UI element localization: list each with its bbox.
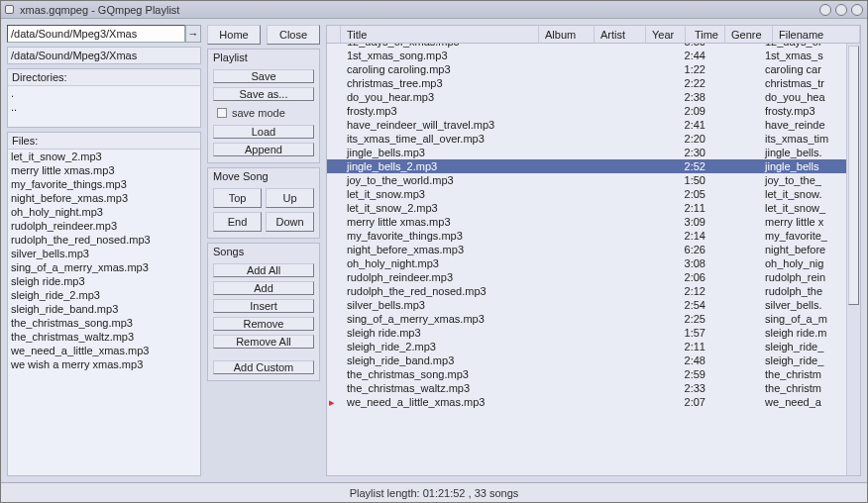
list-item[interactable]: silver_bells.mp3 bbox=[11, 248, 197, 261]
table-row[interactable]: sing_of_a_merry_xmas.mp32:25sing_of_a_m bbox=[327, 312, 846, 326]
cell-time: 2:52 bbox=[672, 160, 711, 172]
table-row[interactable]: silver_bells.mp32:54silver_bells. bbox=[327, 298, 846, 312]
table-row[interactable]: my_favorite_things.mp32:14my_favorite_ bbox=[327, 229, 846, 243]
files-list[interactable]: let_it_snow_2.mp3merry little xmas.mp3my… bbox=[8, 150, 200, 475]
minimize-button[interactable] bbox=[819, 4, 831, 16]
move-song-frame: Move Song Top Up End Down bbox=[207, 167, 320, 239]
save-button[interactable]: Save bbox=[213, 69, 314, 83]
table-row[interactable]: jingle_bells_2.mp32:52jingle_bells bbox=[327, 159, 846, 173]
cell-title: the_christmas_waltz.mp3 bbox=[341, 382, 525, 394]
list-item[interactable]: the_christmas_waltz.mp3 bbox=[11, 331, 197, 345]
col-time[interactable]: Time bbox=[686, 26, 725, 43]
top-button[interactable]: Top bbox=[213, 188, 262, 208]
table-row[interactable]: oh_holy_night.mp33:08oh_holy_nig bbox=[327, 256, 846, 270]
list-item[interactable]: we wish a merry xmas.mp3 bbox=[11, 358, 197, 372]
list-item[interactable]: the_christmas_song.mp3 bbox=[11, 317, 197, 331]
col-filename[interactable]: Filename bbox=[773, 26, 860, 43]
cell-time: 2:06 bbox=[672, 271, 711, 283]
table-row[interactable]: joy_to_the_world.mp31:50joy_to_the_ bbox=[327, 173, 846, 187]
cell-filename: joy_to_the_ bbox=[759, 174, 846, 186]
table-row[interactable]: christmas_tree.mp32:22christmas_tr bbox=[327, 76, 846, 90]
list-item[interactable]: sing_of_a_merry_xmas.mp3 bbox=[11, 261, 197, 275]
table-row[interactable]: we_need_a_little_xmas.mp32:07we_need_a bbox=[327, 395, 846, 409]
table-row[interactable]: the_christmas_song.mp32:59the_christm bbox=[327, 367, 846, 381]
table-row[interactable]: let_it_snow_2.mp32:11let_it_snow_ bbox=[327, 201, 846, 215]
table-row[interactable]: night_before_xmas.mp36:26night_before bbox=[327, 243, 846, 256]
add-button[interactable]: Add bbox=[213, 281, 314, 295]
table-row[interactable]: sleigh ride.mp31:57sleigh ride.m bbox=[327, 326, 846, 340]
cell-time: 3:30 bbox=[672, 44, 711, 48]
home-button[interactable]: Home bbox=[207, 25, 261, 45]
files-panel: Files: let_it_snow_2.mp3merry little xma… bbox=[7, 132, 201, 476]
cell-time: 2:44 bbox=[672, 50, 711, 61]
table-row[interactable]: the_christmas_waltz.mp32:33the_christm bbox=[327, 381, 846, 395]
playlist-table: Title Album Artist Year Time Genre Filen… bbox=[326, 25, 861, 476]
table-row[interactable]: have_reindeer_will_travel.mp32:41have_re… bbox=[327, 118, 846, 132]
table-row[interactable]: rudolph_the_red_nosed.mp32:12rudolph_the bbox=[327, 284, 846, 298]
down-button[interactable]: Down bbox=[266, 212, 314, 232]
path-input[interactable] bbox=[7, 25, 185, 43]
col-genre[interactable]: Genre bbox=[725, 26, 773, 43]
close-window-button[interactable] bbox=[851, 4, 863, 16]
remove-button[interactable]: Remove bbox=[213, 317, 314, 331]
scrollbar[interactable] bbox=[846, 44, 860, 475]
table-row[interactable]: caroling caroling.mp31:22caroling car bbox=[327, 62, 846, 76]
list-item[interactable]: merry little xmas.mp3 bbox=[11, 164, 197, 178]
list-item[interactable]: . bbox=[11, 87, 197, 101]
list-item[interactable]: oh_holy_night.mp3 bbox=[11, 206, 197, 220]
directories-list[interactable]: ... bbox=[8, 86, 200, 127]
cell-filename: my_favorite_ bbox=[759, 230, 846, 242]
cell-filename: have_reinde bbox=[759, 119, 846, 131]
cell-title: let_it_snow_2.mp3 bbox=[341, 202, 525, 214]
col-marker[interactable] bbox=[327, 26, 341, 43]
list-item[interactable]: my_favorite_things.mp3 bbox=[11, 178, 197, 192]
add-all-button[interactable]: Add All bbox=[213, 263, 314, 277]
close-button[interactable]: Close bbox=[267, 25, 320, 45]
load-button[interactable]: Load bbox=[213, 125, 314, 139]
playlist-body[interactable]: 12_days_of_xmas.mp33:3012_days_of1st_xma… bbox=[327, 44, 846, 475]
maximize-button[interactable] bbox=[835, 4, 847, 16]
list-item[interactable]: rudolph_reindeer.mp3 bbox=[11, 220, 197, 234]
cell-time: 2:48 bbox=[672, 354, 711, 366]
list-item[interactable]: let_it_snow_2.mp3 bbox=[11, 151, 197, 164]
list-item[interactable]: sleigh ride.mp3 bbox=[11, 275, 197, 289]
col-title[interactable]: Title bbox=[341, 26, 539, 43]
list-item[interactable]: sleigh_ride_2.mp3 bbox=[11, 289, 197, 303]
cell-title: sing_of_a_merry_xmas.mp3 bbox=[341, 313, 525, 325]
scrollbar-thumb[interactable] bbox=[848, 46, 859, 305]
list-item[interactable]: rudolph_the_red_nosed.mp3 bbox=[11, 234, 197, 248]
table-row[interactable]: its_xmas_time_all_over.mp32:20its_xmas_t… bbox=[327, 132, 846, 146]
path-go-icon[interactable]: → bbox=[185, 25, 201, 43]
add-custom-button[interactable]: Add Custom bbox=[213, 360, 314, 374]
save-mode-checkbox[interactable]: save mode bbox=[213, 105, 314, 121]
list-item[interactable]: we_need_a_little_xmas.mp3 bbox=[11, 345, 197, 358]
list-item[interactable]: .. bbox=[11, 101, 197, 115]
cell-time: 2:11 bbox=[672, 341, 711, 352]
up-button[interactable]: Up bbox=[266, 188, 314, 208]
cell-time: 2:09 bbox=[672, 105, 711, 117]
append-button[interactable]: Append bbox=[213, 143, 314, 156]
table-row[interactable]: rudolph_reindeer.mp32:06rudolph_rein bbox=[327, 270, 846, 284]
col-artist[interactable]: Artist bbox=[595, 26, 646, 43]
remove-all-button[interactable]: Remove All bbox=[213, 335, 314, 349]
cell-title: its_xmas_time_all_over.mp3 bbox=[341, 133, 525, 145]
table-row[interactable]: jingle_bells.mp32:30jingle_bells. bbox=[327, 146, 846, 159]
table-row[interactable]: merry little xmas.mp33:09merry little x bbox=[327, 215, 846, 229]
table-row[interactable]: 1st_xmas_song.mp32:441st_xmas_s bbox=[327, 49, 846, 62]
col-year[interactable]: Year bbox=[646, 26, 686, 43]
table-row[interactable]: frosty.mp32:09frosty.mp3 bbox=[327, 104, 846, 118]
end-button[interactable]: End bbox=[213, 212, 262, 232]
table-row[interactable]: sleigh_ride_2.mp32:11sleigh_ride_ bbox=[327, 340, 846, 353]
window-menu-icon[interactable] bbox=[5, 5, 14, 14]
cell-time: 2:11 bbox=[672, 202, 711, 214]
insert-button[interactable]: Insert bbox=[213, 299, 314, 313]
table-row[interactable]: do_you_hear.mp32:38do_you_hea bbox=[327, 90, 846, 104]
cell-time: 2:59 bbox=[672, 368, 711, 380]
col-album[interactable]: Album bbox=[539, 26, 595, 43]
window-title: xmas.gqmpeg - GQmpeg Playlist bbox=[20, 4, 179, 16]
list-item[interactable]: night_before_xmas.mp3 bbox=[11, 192, 197, 206]
save-as-button[interactable]: Save as... bbox=[213, 87, 314, 101]
list-item[interactable]: sleigh_ride_band.mp3 bbox=[11, 303, 197, 317]
table-row[interactable]: sleigh_ride_band.mp32:48sleigh_ride_ bbox=[327, 353, 846, 367]
table-row[interactable]: let_it_snow.mp32:05let_it_snow. bbox=[327, 187, 846, 201]
